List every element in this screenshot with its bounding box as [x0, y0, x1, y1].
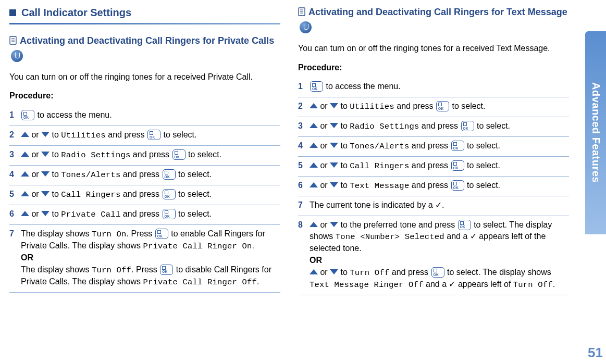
down-arrow-icon: [330, 222, 338, 227]
up-arrow-icon: [310, 222, 318, 227]
display-text: Turn Off: [92, 266, 131, 275]
step-text: or: [29, 190, 41, 198]
step-num: 7: [9, 228, 14, 240]
step-text: to select.: [176, 170, 212, 179]
step-num: 4: [9, 169, 14, 181]
procedure-doc-icon: [298, 6, 305, 21]
ok-button-icon: [21, 110, 34, 120]
display-text: Turn Off: [513, 280, 553, 290]
section-title: Call Indicator Settings: [9, 5, 280, 20]
step-num: 5: [298, 160, 303, 172]
subsection-title-right: Activating and Deactivating Call Ringers…: [298, 5, 569, 35]
step-r7: 7 The current tone is indicated by a ✓.: [298, 196, 569, 216]
up-arrow-icon: [310, 103, 318, 108]
step-text: to: [50, 150, 61, 159]
step-text: to select.: [176, 209, 212, 218]
step-text: The display shows: [21, 229, 92, 238]
step-text: to select.: [465, 141, 500, 150]
up-arrow-icon: [21, 152, 29, 157]
step-text: to: [338, 141, 350, 150]
down-arrow-icon: [41, 171, 50, 177]
step-text: to: [50, 170, 61, 179]
step-text: or: [318, 121, 330, 130]
intro-right: You can turn on or off the ringing tones…: [298, 43, 569, 55]
step-text: to select.: [465, 181, 500, 190]
menu-item: Tones/Alerts: [350, 142, 409, 151]
step-text: or: [29, 130, 41, 139]
step-l3: 3 or to Radio Settings and press to sele…: [9, 146, 280, 166]
menu-item: Private Call: [61, 210, 120, 219]
or-label: OR: [21, 252, 280, 264]
step-text: to: [50, 130, 61, 139]
step-text: or: [318, 220, 330, 229]
intro-left: You can turn on or off the ringing tones…: [9, 71, 280, 83]
down-arrow-icon: [41, 211, 50, 216]
step-r8: 8 or to the preferred tone and press to …: [298, 216, 569, 295]
up-arrow-icon: [310, 162, 318, 168]
step-r6: 6 or to Text Message and press to select…: [298, 177, 569, 196]
step-text: to select.: [161, 130, 196, 139]
subsection-title-left-text: Activating and Deactivating Call Ringers…: [20, 35, 274, 46]
or-label: OR: [310, 255, 569, 267]
display-text: Text Message Ringer Off: [310, 280, 424, 290]
section-bullet-icon: [9, 9, 16, 16]
step-text: .: [553, 280, 555, 288]
ok-button-icon: [160, 265, 173, 275]
up-arrow-icon: [310, 143, 318, 148]
step-r2: 2 or to Utilities and press to select.: [298, 97, 569, 117]
step-text: and press: [106, 130, 147, 139]
down-arrow-icon: [330, 182, 338, 187]
ok-button-icon: [451, 141, 464, 151]
up-arrow-icon: [21, 211, 29, 216]
procedure-doc-icon: [9, 35, 17, 49]
step-num: 6: [9, 208, 14, 220]
menu-item: Text Message: [350, 181, 409, 191]
step-text: . Press: [127, 229, 155, 238]
step-num: 3: [298, 120, 303, 132]
step-text: to the preferred tone and press: [338, 220, 457, 229]
step-num: 4: [298, 140, 303, 152]
step-text: to select.: [450, 102, 485, 110]
step-num: 3: [9, 149, 14, 161]
down-arrow-icon: [41, 191, 50, 196]
step-num: 2: [298, 101, 303, 112]
step-text: to: [338, 181, 350, 190]
left-column: Call Indicator Settings Activating and D…: [9, 5, 280, 295]
step-l4: 4 or to Tones/Alerts and press to select…: [9, 166, 280, 185]
up-arrow-icon: [21, 132, 29, 137]
up-arrow-icon: [310, 269, 318, 274]
down-arrow-icon: [330, 143, 338, 148]
menu-item: Tones/Alerts: [61, 170, 120, 180]
step-text: to select.: [465, 161, 500, 170]
down-arrow-icon: [330, 103, 338, 108]
down-arrow-icon: [330, 162, 338, 168]
right-column: Activating and Deactivating Call Ringers…: [298, 5, 569, 295]
procedure-label-right: Procedure:: [298, 62, 569, 74]
down-arrow-icon: [330, 123, 338, 128]
menu-item: Call Ringers: [61, 190, 120, 199]
step-text: to select.: [186, 150, 221, 159]
step-text: and press: [130, 150, 171, 159]
menu-item: Utilities: [350, 102, 394, 111]
ok-button-icon: [451, 180, 464, 191]
procedure-label-left: Procedure:: [9, 90, 280, 102]
step-text: and press: [394, 102, 436, 110]
up-arrow-icon: [310, 182, 318, 187]
step-text: and press: [409, 161, 450, 170]
step-r3: 3 or to Radio Settings and press to sele…: [298, 117, 569, 137]
ok-button-icon: [163, 189, 176, 199]
step-text: .: [252, 241, 254, 250]
display-text: Turn Off: [350, 268, 389, 278]
section-title-text: Call Indicator Settings: [21, 5, 131, 20]
step-text: or: [318, 181, 330, 190]
step-num: 5: [9, 189, 14, 200]
ok-button-icon: [172, 149, 185, 160]
step-text: to: [338, 161, 350, 170]
menu-item: Call Ringers: [350, 161, 409, 171]
step-text: to select.: [176, 190, 212, 198]
step-l1: 1 to access the menu.: [9, 106, 280, 126]
step-l2: 2 or to Utilities and press to select.: [9, 126, 280, 146]
step-text: The current tone is indicated by a ✓.: [310, 200, 444, 209]
step-num: 8: [298, 219, 303, 231]
step-text: and press: [389, 268, 430, 277]
